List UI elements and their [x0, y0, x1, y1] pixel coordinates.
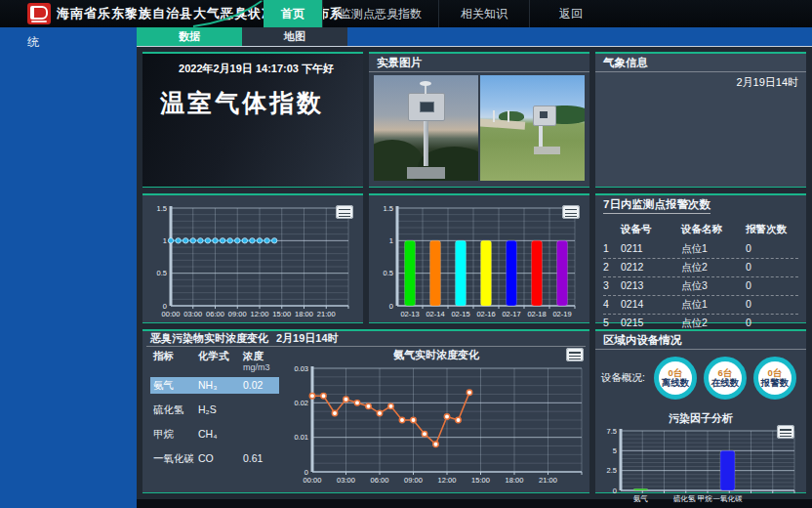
svg-text:02-18: 02-18 [527, 310, 546, 318]
top-navbar: 海南省乐东黎族自治县大气恶臭状况实时发布系 首页 监测点恶臭指数 相关知识 返回 [0, 0, 812, 27]
svg-text:一氧化碳: 一氧化碳 [712, 494, 743, 503]
svg-text:甲烷: 甲烷 [698, 494, 713, 503]
svg-text:15:00: 15:00 [272, 310, 291, 318]
svg-text:00:00: 00:00 [162, 310, 181, 318]
svg-text:02-15: 02-15 [451, 310, 469, 318]
svg-text:0.02: 0.02 [294, 399, 308, 407]
svg-text:1: 1 [163, 236, 167, 245]
nh3-chart-title: 氨气实时浓度变化 [283, 348, 589, 362]
svg-text:1.5: 1.5 [384, 204, 393, 213]
pollutant-table: 指标 化学式 浓度mg/m3 氨气NH₃0.02硫化氢H₂S甲烷CH₄一氧化碳C… [146, 348, 283, 490]
screen: 海南省乐东黎族自治县大气恶臭状况实时发布系 首页 监测点恶臭指数 相关知识 返回… [0, 0, 812, 508]
photo-monitor-station-dusk [374, 75, 478, 181]
chart-toolbox-icon[interactable] [777, 425, 794, 439]
logo-glyph-icon [30, 6, 48, 20]
chart-toolbox-icon[interactable] [562, 205, 580, 219]
stat-offline: 0台离线数 [654, 357, 697, 400]
svg-text:12:00: 12:00 [251, 310, 269, 318]
greeting-panel: 2022年2月19日 14:17:03 下午好 温室气体指数 [142, 52, 363, 188]
pollutant-table-row[interactable]: 氨气NH₃0.02 [150, 377, 279, 394]
factor-chart-block: 02.557.5氨气硫化氢甲烷一氧化碳 [599, 427, 800, 507]
greenhouse-line-panel: 00.511.500:0003:0006:0009:0012:0015:0018… [142, 193, 363, 323]
daily-bars-panel: 00.511.502-1302-1402-1502-1602-1702-1802… [369, 193, 589, 323]
photos-panel: 实景图片 [369, 52, 589, 188]
svg-text:0.01: 0.01 [294, 433, 308, 442]
svg-text:0.5: 0.5 [384, 269, 393, 277]
logo-subtext-decoration [31, 21, 47, 22]
devices-panel-title: 区域内设备情况 [595, 331, 806, 350]
greenhouse-line-chart: 00.511.500:0003:0006:0009:0012:0015:0018… [145, 200, 358, 321]
svg-text:02-13: 02-13 [400, 310, 419, 318]
tab-map[interactable]: 地图 [242, 27, 347, 46]
nh3-chart-block: 氨气实时浓度变化 00.010.020.0300:0003:0006:0009:… [283, 348, 589, 490]
svg-text:0: 0 [613, 487, 617, 495]
teal-swoosh-decoration [191, 0, 267, 27]
svg-text:18:00: 18:00 [506, 476, 524, 485]
menu-item-odor-index[interactable]: 监测点恶臭指数 [322, 0, 438, 27]
svg-text:1.5: 1.5 [157, 204, 167, 213]
pollutant-panel: 恶臭污染物实时浓度变化2月19日14时 指标 化学式 浓度mg/m3 氨气NH₃… [142, 329, 589, 493]
svg-text:18:00: 18:00 [295, 310, 313, 318]
alarm-table-row: 40214点位10 [603, 296, 798, 315]
photo-row [374, 75, 585, 181]
weather-time: 2月19日14时 [736, 75, 798, 90]
svg-text:02-14: 02-14 [426, 310, 444, 318]
svg-text:1: 1 [389, 236, 393, 245]
pollutant-time: 2月19日14时 [276, 332, 339, 344]
svg-text:00:00: 00:00 [304, 476, 322, 485]
svg-text:03:00: 03:00 [183, 310, 202, 318]
chart-toolbox-icon[interactable] [566, 348, 584, 361]
svg-text:15:00: 15:00 [471, 476, 490, 485]
left-sidebar: 统 [0, 27, 137, 508]
app-logo[interactable] [27, 3, 51, 24]
pollutant-panel-title: 恶臭污染物实时浓度变化2月19日14时 [146, 331, 586, 347]
factor-bars-chart: 02.557.5氨气硫化氢甲烷一氧化碳 [599, 427, 800, 503]
svg-text:硫化氢: 硫化氢 [673, 494, 696, 503]
svg-text:06:00: 06:00 [206, 310, 224, 318]
svg-text:02-19: 02-19 [552, 310, 571, 318]
svg-text:21:00: 21:00 [317, 310, 336, 318]
pollutant-table-header: 指标 化学式 浓度mg/m3 [150, 350, 279, 373]
menu-item-return[interactable]: 返回 [529, 0, 612, 27]
svg-text:7.5: 7.5 [607, 427, 617, 436]
title-wrapped-char: 统 [27, 34, 39, 51]
menu-item-home[interactable]: 首页 [264, 0, 322, 27]
alarm-table-row: 10211点位10 [603, 240, 798, 259]
tab-data[interactable]: 数据 [137, 27, 242, 46]
svg-text:06:00: 06:00 [371, 476, 389, 485]
svg-text:0.03: 0.03 [294, 364, 308, 373]
svg-text:5: 5 [613, 446, 617, 455]
page-title: 温室气体指数 [160, 87, 324, 119]
weather-panel-title: 气象信息 [595, 54, 806, 72]
chart-toolbox-icon[interactable] [336, 205, 353, 219]
pollutant-table-row[interactable]: 一氧化碳CO0.61 [150, 450, 279, 467]
alarm-table-row: 20212点位20 [603, 259, 798, 277]
svg-text:09:00: 09:00 [228, 310, 247, 318]
svg-text:12:00: 12:00 [438, 476, 457, 485]
svg-text:21:00: 21:00 [539, 476, 557, 485]
svg-text:02-16: 02-16 [476, 310, 495, 318]
svg-text:2.5: 2.5 [607, 466, 617, 475]
stat-online: 6台在线数 [704, 357, 747, 400]
stat-alarm: 0台报警数 [753, 357, 796, 400]
menu-item-knowledge[interactable]: 相关知识 [438, 0, 529, 27]
svg-text:0.5: 0.5 [157, 269, 167, 277]
photos-panel-title: 实景图片 [369, 54, 589, 72]
nh3-line-chart: 00.010.020.0300:0003:0006:0009:0012:0015… [283, 362, 589, 487]
alarm-panel-title: 7日内监测点报警次数 [595, 195, 806, 213]
pollutant-table-row[interactable]: 硫化氢H₂S [150, 402, 279, 418]
svg-text:氨气: 氨气 [633, 494, 648, 503]
device-overview: 设备概况: 0台离线数 6台在线数 0台报警数 [601, 351, 800, 405]
svg-text:0: 0 [389, 302, 393, 311]
alarm-table-header: # 设备号 设备名称 报警次数 [603, 221, 798, 240]
devices-panel: 区域内设备情况 设备概况: 0台离线数 6台在线数 0台报警数 污染因子分析 [595, 329, 806, 493]
pollutant-table-row[interactable]: 甲烷CH₄ [150, 426, 279, 443]
alarm-table-row: 30213点位30 [603, 277, 798, 296]
photo-monitor-station-field [480, 75, 585, 181]
factor-chart-title: 污染因子分析 [595, 411, 806, 426]
daily-bars-chart: 00.511.502-1302-1402-1502-1602-1702-1802… [372, 200, 585, 321]
svg-text:02-17: 02-17 [502, 310, 520, 318]
weather-panel: 气象信息 2月19日14时 [595, 52, 806, 188]
svg-text:03:00: 03:00 [337, 476, 355, 485]
datetime-text: 2022年2月19日 14:17:03 下午好 [179, 62, 334, 76]
